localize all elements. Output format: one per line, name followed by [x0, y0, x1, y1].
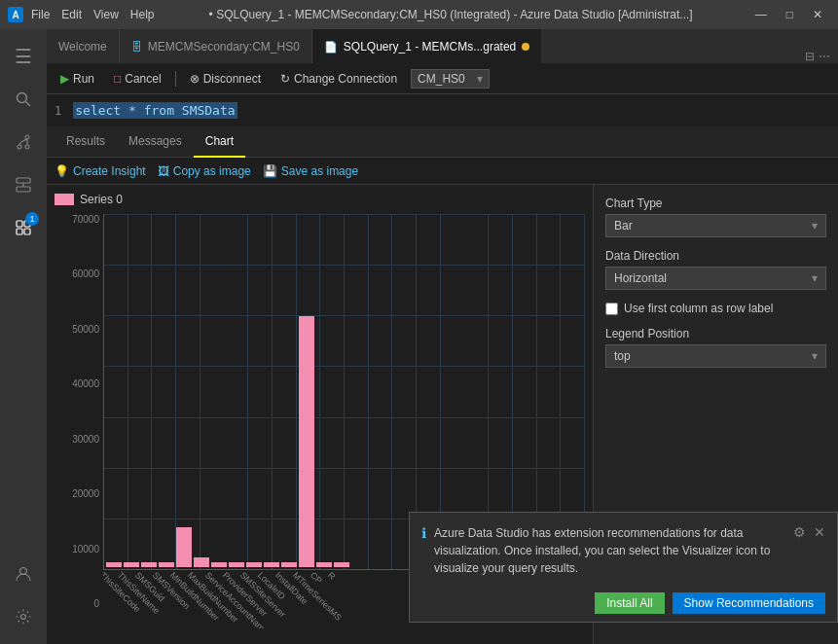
line-number: 1 — [55, 104, 61, 118]
app-icon: A — [8, 7, 23, 22]
menu-edit[interactable]: Edit — [61, 8, 82, 21]
chart-type-value: Bar — [614, 219, 633, 233]
tab-db[interactable]: 🗄 MEMCMSecondary:CM_HS0 — [120, 29, 312, 63]
extensions-badge: 1 — [25, 212, 39, 226]
svg-point-3 — [25, 135, 29, 139]
sidebar-item-settings[interactable] — [4, 597, 43, 636]
legend-position-group: Legend Position top ▾ — [605, 327, 826, 368]
popup-message: Azure Data Studio has extension recommen… — [434, 524, 785, 577]
popup-header: ℹ Azure Data Studio has extension recomm… — [410, 513, 837, 585]
y-label-50000: 50000 — [72, 324, 99, 335]
first-column-checkbox[interactable] — [605, 303, 618, 315]
tab-modified-dot — [522, 43, 529, 51]
popup-gear-icon[interactable]: ⚙ — [793, 524, 806, 540]
sql-tab-label: SQLQuery_1 - MEMCMs...grated — [344, 40, 516, 54]
run-icon: ▶ — [60, 72, 69, 86]
sidebar-item-search[interactable] — [4, 80, 43, 119]
copy-as-image-button[interactable]: 🖼 Copy as image — [158, 164, 251, 178]
data-direction-value: Horizontal — [614, 271, 667, 285]
svg-rect-5 — [17, 178, 30, 183]
chart-type-select[interactable]: Bar ▾ — [605, 214, 826, 237]
menu-view[interactable]: View — [93, 8, 119, 21]
split-editor-icon[interactable]: ⊟ — [805, 50, 815, 63]
legend-position-value: top — [614, 349, 631, 363]
minimize-button[interactable]: — — [747, 8, 775, 21]
sidebar-item-git[interactable] — [4, 123, 43, 161]
chart-bar — [124, 562, 139, 567]
svg-rect-6 — [17, 187, 30, 192]
change-connection-button[interactable]: ↻ Change Connection — [274, 70, 403, 88]
menu-help[interactable]: Help — [130, 8, 155, 21]
show-recommendations-button[interactable]: Show Recommendations — [673, 592, 825, 614]
window-title: • SQLQuery_1 - MEMCMSecondary:CM_HS0 (In… — [163, 8, 740, 21]
close-button[interactable]: ✕ — [805, 8, 830, 21]
data-direction-group: Data Direction Horizontal ▾ — [605, 249, 826, 290]
chart-type-group: Chart Type Bar ▾ — [605, 197, 826, 237]
chart-bar — [211, 562, 227, 567]
tab-sql[interactable]: 📄 SQLQuery_1 - MEMCMs...grated — [312, 29, 541, 63]
y-label-40000: 40000 — [72, 378, 99, 389]
db-tab-label: MEMCMSecondary:CM_HS0 — [148, 40, 300, 54]
disconnect-icon: ⊗ — [190, 72, 200, 86]
db-icon: 🗄 — [131, 41, 142, 53]
y-label-20000: 20000 — [72, 488, 99, 499]
sidebar-item-files[interactable]: ☰ — [4, 37, 43, 76]
tab-chart[interactable]: Chart — [194, 126, 245, 158]
chart-bar — [106, 562, 122, 567]
code-line-1: 1 select * from SMSData — [55, 102, 830, 119]
title-bar: A File Edit View Help • SQLQuery_1 - MEM… — [0, 0, 838, 29]
code-editor[interactable]: 1 select * from SMSData — [47, 94, 838, 126]
result-tabs: Results Messages Chart — [47, 126, 838, 158]
menu-bar: File Edit View Help — [31, 8, 155, 21]
run-button[interactable]: ▶ Run — [55, 70, 100, 88]
chart-bar — [176, 527, 192, 567]
chart-bar — [159, 562, 174, 567]
chart-bar — [194, 557, 209, 567]
svg-point-13 — [21, 615, 26, 620]
sidebar-item-account[interactable] — [4, 555, 43, 593]
sidebar-item-extensions[interactable]: 1 — [4, 208, 43, 247]
tab-actions: ⊟ ⋯ — [805, 50, 838, 63]
chart-bar — [299, 316, 314, 567]
legend-color-swatch — [55, 194, 74, 205]
chart-bar — [246, 562, 262, 567]
disconnect-button[interactable]: ⊗ Disconnect — [184, 70, 267, 88]
chart-bar — [141, 562, 157, 567]
code-content: select * from SMSData — [73, 102, 237, 119]
connection-selector[interactable]: CM_HS0 ▾ — [411, 69, 490, 89]
save-as-image-button[interactable]: 💾 Save as image — [263, 164, 358, 178]
more-tabs-icon[interactable]: ⋯ — [819, 50, 830, 63]
tab-messages[interactable]: Messages — [117, 126, 194, 158]
window-controls: — □ ✕ — [747, 8, 830, 21]
menu-file[interactable]: File — [31, 8, 50, 21]
data-direction-select[interactable]: Horizontal ▾ — [605, 267, 826, 290]
save-image-icon: 💾 — [263, 164, 277, 178]
x-axis-label: ThisSiteCode — [103, 570, 116, 588]
cancel-button[interactable]: □ Cancel — [108, 70, 167, 88]
svg-line-1 — [26, 102, 31, 107]
recommendation-popup: ℹ Azure Data Studio has extension recomm… — [409, 512, 838, 623]
create-insight-button[interactable]: 💡 Create Insight — [55, 164, 146, 178]
chart-bar — [281, 562, 297, 567]
legend-position-select[interactable]: top ▾ — [605, 344, 826, 368]
first-column-row: Use first column as row label — [605, 302, 826, 315]
svg-rect-11 — [24, 229, 30, 234]
editor-toolbar: ▶ Run □ Cancel ⊗ Disconnect ↻ Change Con… — [47, 63, 838, 94]
chart-bar — [316, 562, 332, 567]
tab-welcome[interactable]: Welcome — [47, 29, 120, 63]
svg-point-2 — [18, 145, 21, 149]
legend-label: Series 0 — [80, 193, 123, 206]
maximize-button[interactable]: □ — [779, 8, 801, 21]
x-axis-label: R — [326, 570, 344, 588]
svg-point-0 — [18, 93, 27, 103]
install-all-button[interactable]: Install All — [595, 592, 664, 614]
chart-type-arrow: ▾ — [812, 219, 818, 233]
tab-results[interactable]: Results — [55, 126, 117, 158]
welcome-tab-label: Welcome — [58, 40, 107, 54]
popup-close-button[interactable]: ✕ — [814, 524, 825, 540]
sidebar-item-connections[interactable] — [4, 165, 43, 204]
tab-bar: Welcome 🗄 MEMCMSecondary:CM_HS0 📄 SQLQue… — [47, 29, 838, 63]
svg-rect-10 — [17, 229, 22, 234]
y-label-70000: 70000 — [72, 214, 99, 225]
chart-bar — [334, 562, 349, 567]
